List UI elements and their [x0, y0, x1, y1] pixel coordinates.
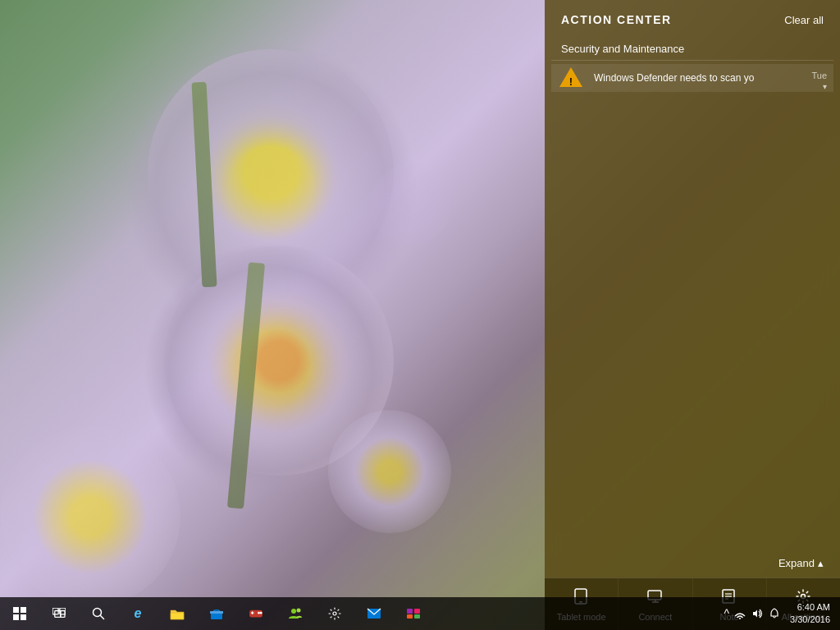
people-button[interactable]	[276, 597, 315, 630]
clock-time: 6:40 AM	[797, 601, 830, 614]
svg-rect-29	[407, 609, 413, 614]
system-clock[interactable]: 6:40 AM 3/30/2016	[787, 601, 833, 627]
svg-rect-9	[21, 607, 26, 613]
section-security-maintenance: Security and Maintenance	[545, 36, 840, 60]
edge-button[interactable]: e	[118, 597, 158, 630]
svg-rect-32	[414, 614, 420, 619]
action-center-title: ACTION CENTER	[561, 13, 672, 26]
svg-rect-8	[13, 607, 19, 613]
tray-chevron-icon[interactable]: ^	[724, 607, 729, 620]
notification-content: Windows Defender needs to scan yo	[591, 64, 833, 92]
extra-app-button[interactable]	[394, 597, 433, 630]
action-center-panel: ACTION CENTER Clear all Security and Mai…	[545, 0, 840, 630]
notification-icon-area: !	[551, 64, 591, 92]
svg-rect-30	[414, 609, 420, 614]
svg-rect-10	[13, 614, 19, 620]
svg-rect-11	[21, 614, 26, 620]
notification-defender[interactable]: ! Windows Defender needs to scan yo Tue …	[551, 64, 833, 92]
notification-tray-icon	[769, 608, 780, 619]
warning-exclaim-mark: !	[569, 76, 573, 87]
svg-point-27	[333, 612, 336, 615]
svg-rect-31	[407, 614, 413, 619]
settings-taskbar-button[interactable]	[315, 597, 354, 630]
task-view-button[interactable]	[39, 597, 79, 630]
network-icon	[734, 608, 746, 619]
svg-point-33	[739, 618, 741, 619]
notification-time: Tue	[811, 71, 827, 80]
mail-button[interactable]	[354, 597, 394, 630]
taskbar-right: ^ 6:40 AM 3/30/2016	[717, 597, 840, 630]
system-tray: ^	[724, 607, 780, 620]
svg-point-22	[260, 612, 262, 614]
svg-rect-19	[210, 611, 223, 614]
search-button[interactable]	[79, 597, 118, 630]
clock-date: 3/30/2016	[790, 614, 830, 626]
svg-point-21	[258, 612, 260, 614]
warning-icon: !	[559, 67, 582, 89]
speaker-icon	[751, 608, 764, 619]
notification-text: Windows Defender needs to scan yo	[594, 72, 827, 84]
svg-line-17	[101, 616, 104, 619]
section-separator	[551, 60, 833, 61]
taskbar-left: e	[0, 597, 717, 630]
expand-label: Expand	[778, 557, 815, 569]
svg-point-25	[291, 609, 296, 614]
game-button[interactable]	[236, 597, 276, 630]
store-button[interactable]	[197, 597, 236, 630]
chevron-down-icon: ▾	[823, 82, 827, 91]
notification-meta: Tue ▾	[811, 71, 827, 91]
taskbar: e	[0, 597, 840, 630]
svg-point-26	[297, 609, 301, 613]
file-explorer-button[interactable]	[158, 597, 197, 630]
chevron-up-icon: ▴	[818, 557, 824, 569]
notifications-list: Security and Maintenance ! Windows Defen…	[545, 36, 840, 549]
expand-button[interactable]: Expand ▴	[545, 549, 840, 578]
start-button[interactable]	[0, 597, 39, 630]
action-center-header: ACTION CENTER Clear all	[545, 0, 840, 36]
clear-all-button[interactable]: Clear all	[784, 14, 824, 26]
